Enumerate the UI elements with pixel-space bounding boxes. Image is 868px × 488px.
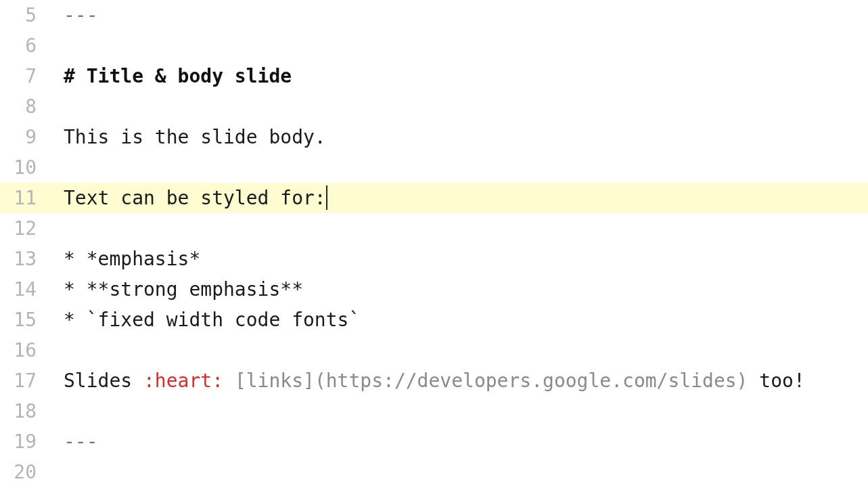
line-number: 12 [0,213,49,244]
editor-line[interactable]: 13* *emphasis* [0,244,868,274]
line-content[interactable]: --- [49,0,868,30]
code-segment: * `fixed width code fonts` [64,309,360,331]
code-segment: too! [748,370,804,392]
line-content[interactable]: This is the slide body. [49,122,868,152]
code-editor[interactable]: 5---67# Title & body slide89This is the … [0,0,868,488]
editor-line[interactable]: 15* `fixed width code fonts` [0,305,868,335]
code-segment: # Title & body slide [64,65,292,87]
code-segment: * *emphasis* [64,248,200,270]
line-content[interactable]: # Title & body slide [49,61,868,91]
editor-line[interactable]: 14* **strong emphasis** [0,274,868,305]
line-number: 17 [0,365,49,396]
line-content[interactable]: --- [49,426,868,457]
editor-line[interactable]: 20 [0,457,868,487]
code-segment: * **strong emphasis** [64,278,303,301]
line-content[interactable]: * *emphasis* [49,244,868,274]
line-number: 16 [0,335,49,365]
editor-line[interactable]: 10 [0,152,868,183]
line-number: 20 [0,457,49,487]
line-number: 15 [0,305,49,335]
editor-line[interactable]: 17Slides :heart: [links](https://develop… [0,365,868,396]
line-number: 18 [0,396,49,426]
code-segment: --- [64,4,98,26]
line-number: 6 [0,30,49,61]
code-segment: --- [64,430,98,453]
line-number: 9 [0,122,49,152]
line-number: 5 [0,0,49,30]
editor-line[interactable]: 16 [0,335,868,365]
code-segment: :heart: [143,370,223,392]
line-number: 13 [0,244,49,274]
editor-line[interactable]: 12 [0,213,868,244]
editor-line[interactable]: 18 [0,396,868,426]
line-content[interactable]: Slides :heart: [links](https://developer… [49,365,868,396]
line-content[interactable]: Text can be styled for: [49,183,868,213]
line-content[interactable]: * **strong emphasis** [49,274,868,305]
line-content[interactable]: * `fixed width code fonts` [49,305,868,335]
editor-line[interactable]: 7# Title & body slide [0,61,868,91]
code-segment [223,370,235,392]
editor-line[interactable]: 6 [0,30,868,61]
editor-line[interactable]: 5--- [0,0,868,30]
code-segment: [links](https://developers.google.com/sl… [235,370,748,392]
line-number: 7 [0,61,49,91]
line-number: 19 [0,426,49,457]
line-number: 11 [0,183,49,213]
code-segment: Text can be styled for: [64,187,326,209]
line-number: 8 [0,91,49,122]
editor-line[interactable]: 11Text can be styled for: [0,183,868,213]
code-segment: Slides [64,370,143,392]
line-number: 14 [0,274,49,305]
line-number: 10 [0,152,49,183]
editor-line[interactable]: 19--- [0,426,868,457]
editor-line[interactable]: 8 [0,91,868,122]
code-segment: This is the slide body. [64,126,326,148]
editor-line[interactable]: 9This is the slide body. [0,122,868,152]
